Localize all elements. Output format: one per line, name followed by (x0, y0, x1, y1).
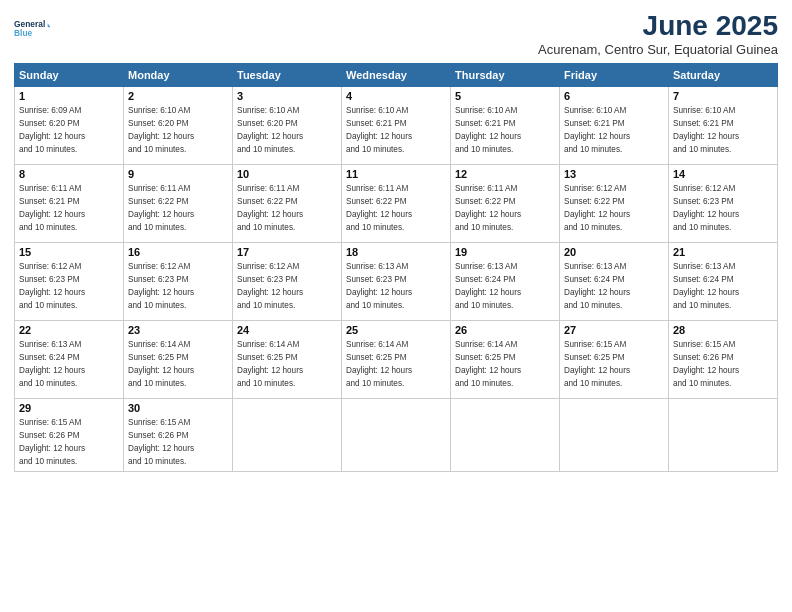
svg-text:Blue: Blue (14, 28, 33, 38)
calendar-day-7: 7Sunrise: 6:10 AMSunset: 6:21 PMDaylight… (669, 87, 778, 165)
calendar-day-27: 27Sunrise: 6:15 AMSunset: 6:25 PMDayligh… (560, 321, 669, 399)
calendar-day-empty (560, 399, 669, 472)
svg-text:General: General (14, 19, 45, 29)
calendar-day-18: 18Sunrise: 6:13 AMSunset: 6:23 PMDayligh… (342, 243, 451, 321)
calendar-header-row: SundayMondayTuesdayWednesdayThursdayFrid… (15, 64, 778, 87)
calendar-day-29: 29Sunrise: 6:15 AMSunset: 6:26 PMDayligh… (15, 399, 124, 472)
calendar-day-21: 21Sunrise: 6:13 AMSunset: 6:24 PMDayligh… (669, 243, 778, 321)
calendar-header-thursday: Thursday (451, 64, 560, 87)
calendar-week-2: 8Sunrise: 6:11 AMSunset: 6:21 PMDaylight… (15, 165, 778, 243)
logo-svg: General Blue (14, 10, 50, 46)
calendar-day-11: 11Sunrise: 6:11 AMSunset: 6:22 PMDayligh… (342, 165, 451, 243)
calendar-week-5: 29Sunrise: 6:15 AMSunset: 6:26 PMDayligh… (15, 399, 778, 472)
calendar-day-16: 16Sunrise: 6:12 AMSunset: 6:23 PMDayligh… (124, 243, 233, 321)
calendar-day-26: 26Sunrise: 6:14 AMSunset: 6:25 PMDayligh… (451, 321, 560, 399)
calendar-day-empty (451, 399, 560, 472)
title-block: June 2025 Acurenam, Centro Sur, Equatori… (538, 10, 778, 57)
calendar-day-5: 5Sunrise: 6:10 AMSunset: 6:21 PMDaylight… (451, 87, 560, 165)
calendar-day-12: 12Sunrise: 6:11 AMSunset: 6:22 PMDayligh… (451, 165, 560, 243)
calendar-day-8: 8Sunrise: 6:11 AMSunset: 6:21 PMDaylight… (15, 165, 124, 243)
calendar-day-4: 4Sunrise: 6:10 AMSunset: 6:21 PMDaylight… (342, 87, 451, 165)
calendar-header-wednesday: Wednesday (342, 64, 451, 87)
subtitle: Acurenam, Centro Sur, Equatorial Guinea (538, 42, 778, 57)
calendar-day-30: 30Sunrise: 6:15 AMSunset: 6:26 PMDayligh… (124, 399, 233, 472)
calendar-day-3: 3Sunrise: 6:10 AMSunset: 6:20 PMDaylight… (233, 87, 342, 165)
calendar-header-saturday: Saturday (669, 64, 778, 87)
calendar-day-2: 2Sunrise: 6:10 AMSunset: 6:20 PMDaylight… (124, 87, 233, 165)
calendar-week-1: 1Sunrise: 6:09 AMSunset: 6:20 PMDaylight… (15, 87, 778, 165)
calendar-day-22: 22Sunrise: 6:13 AMSunset: 6:24 PMDayligh… (15, 321, 124, 399)
calendar-week-3: 15Sunrise: 6:12 AMSunset: 6:23 PMDayligh… (15, 243, 778, 321)
calendar-day-empty (233, 399, 342, 472)
calendar-day-10: 10Sunrise: 6:11 AMSunset: 6:22 PMDayligh… (233, 165, 342, 243)
calendar-day-24: 24Sunrise: 6:14 AMSunset: 6:25 PMDayligh… (233, 321, 342, 399)
calendar-day-20: 20Sunrise: 6:13 AMSunset: 6:24 PMDayligh… (560, 243, 669, 321)
calendar-week-4: 22Sunrise: 6:13 AMSunset: 6:24 PMDayligh… (15, 321, 778, 399)
calendar-day-13: 13Sunrise: 6:12 AMSunset: 6:22 PMDayligh… (560, 165, 669, 243)
page: General Blue June 2025 Acurenam, Centro … (0, 0, 792, 612)
calendar-header-friday: Friday (560, 64, 669, 87)
calendar-day-28: 28Sunrise: 6:15 AMSunset: 6:26 PMDayligh… (669, 321, 778, 399)
calendar-day-19: 19Sunrise: 6:13 AMSunset: 6:24 PMDayligh… (451, 243, 560, 321)
calendar-day-empty (669, 399, 778, 472)
calendar-day-empty (342, 399, 451, 472)
header: General Blue June 2025 Acurenam, Centro … (14, 10, 778, 57)
calendar-day-15: 15Sunrise: 6:12 AMSunset: 6:23 PMDayligh… (15, 243, 124, 321)
calendar-header-tuesday: Tuesday (233, 64, 342, 87)
month-title: June 2025 (538, 10, 778, 42)
calendar-day-1: 1Sunrise: 6:09 AMSunset: 6:20 PMDaylight… (15, 87, 124, 165)
calendar: SundayMondayTuesdayWednesdayThursdayFrid… (14, 63, 778, 472)
calendar-day-25: 25Sunrise: 6:14 AMSunset: 6:25 PMDayligh… (342, 321, 451, 399)
calendar-day-9: 9Sunrise: 6:11 AMSunset: 6:22 PMDaylight… (124, 165, 233, 243)
logo: General Blue (14, 10, 50, 46)
calendar-day-17: 17Sunrise: 6:12 AMSunset: 6:23 PMDayligh… (233, 243, 342, 321)
calendar-header-monday: Monday (124, 64, 233, 87)
calendar-day-6: 6Sunrise: 6:10 AMSunset: 6:21 PMDaylight… (560, 87, 669, 165)
calendar-day-14: 14Sunrise: 6:12 AMSunset: 6:23 PMDayligh… (669, 165, 778, 243)
svg-marker-2 (48, 23, 50, 28)
calendar-day-23: 23Sunrise: 6:14 AMSunset: 6:25 PMDayligh… (124, 321, 233, 399)
calendar-header-sunday: Sunday (15, 64, 124, 87)
